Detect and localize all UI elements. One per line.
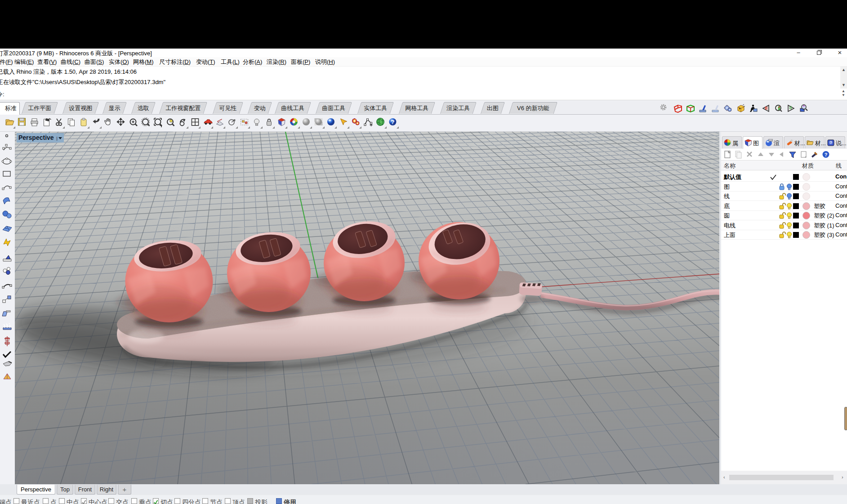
svg-text:?: ? [391,119,395,125]
svg-text:?: ? [829,140,832,145]
svg-text:?: ? [825,152,828,157]
